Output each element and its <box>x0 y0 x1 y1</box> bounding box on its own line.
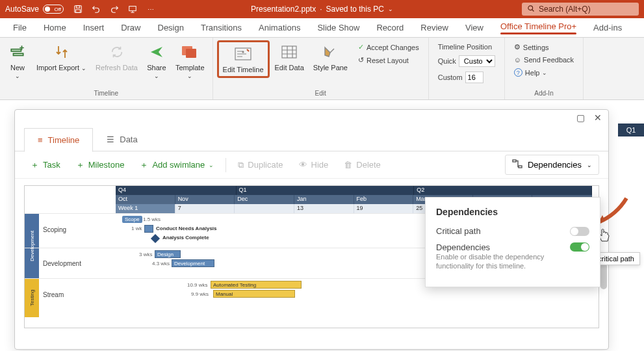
scrollbar-thumb[interactable] <box>600 263 607 289</box>
dependencies-icon <box>512 159 522 170</box>
group-label-edit: Edit <box>315 90 326 98</box>
plus-icon: ＋ <box>76 159 84 171</box>
add-task-button[interactable]: ＋Task <box>24 155 67 175</box>
quick-select[interactable]: Custom <box>459 55 495 67</box>
svg-point-4 <box>528 5 533 10</box>
dependencies-toggle[interactable] <box>570 242 589 252</box>
tab-view[interactable]: View <box>459 19 490 36</box>
popover-title: Dependencies <box>436 207 589 217</box>
import-export-button[interactable]: Import Export ⌄ <box>32 40 90 75</box>
search-input[interactable]: Search (Alt+Q) <box>522 3 639 16</box>
reset-layout-button[interactable]: ↺Reset Layout <box>355 55 422 66</box>
dependencies-popover: Dependencies Critical path Dependencies … <box>425 197 600 287</box>
tab-slideshow[interactable]: Slide Show <box>311 19 366 36</box>
hide-button[interactable]: 👁Hide <box>292 156 335 174</box>
check-icon: ✓ <box>358 43 364 51</box>
quick-access-toolbar: ⋯ <box>73 4 156 14</box>
quarter-row: Q4 Q1 Q2 <box>116 186 592 195</box>
add-swimlane-button[interactable]: ＋Add swimlane ⌄ <box>133 155 220 175</box>
template-button[interactable]: Template⌄ <box>172 40 209 83</box>
row-stream[interactable]: Stream <box>40 290 115 300</box>
tab-draw[interactable]: Draw <box>114 19 147 36</box>
tab-insert[interactable]: Insert <box>77 19 111 36</box>
tab-addins[interactable]: Add-ins <box>587 19 628 36</box>
gear-icon: ⚙ <box>514 43 521 51</box>
import-export-icon <box>53 43 71 61</box>
svg-rect-2 <box>76 10 81 12</box>
editor-tab-timeline[interactable]: ≡ Timeline <box>24 128 93 152</box>
document-title[interactable]: Presentation2.pptx · Saved to this PC ⌄ <box>251 5 393 14</box>
tab-office-timeline[interactable]: Office Timeline Pro+ <box>494 18 583 38</box>
send-feedback-button[interactable]: ☺Send Feedback <box>511 55 576 65</box>
edit-timeline-button[interactable]: Edit Timeline <box>217 40 270 78</box>
trash-icon: 🗑 <box>344 160 352 170</box>
template-icon <box>181 43 199 61</box>
refresh-data-button[interactable]: Refresh Data <box>92 40 142 74</box>
editor-tab-data[interactable]: ☰ Data <box>93 127 151 151</box>
duplicate-button[interactable]: ⧉Duplicate <box>231 156 289 174</box>
tab-transitions[interactable]: Transitions <box>194 19 248 36</box>
group-label-timeline: Timeline <box>94 90 118 98</box>
style-pane-button[interactable]: Style Pane <box>309 40 352 74</box>
autosave-toggle[interactable]: AutoSave Off <box>5 5 64 14</box>
share-icon <box>148 43 166 61</box>
delete-button[interactable]: 🗑Delete <box>337 156 387 174</box>
bar-needs[interactable] <box>144 225 153 233</box>
maximize-icon[interactable]: ▢ <box>576 112 585 123</box>
tab-design[interactable]: Design <box>151 19 190 36</box>
swimlane-testing[interactable]: Testing <box>25 278 39 317</box>
redo-icon[interactable] <box>109 4 120 14</box>
svg-rect-5 <box>11 49 21 51</box>
ribbon-tabs: File Home Insert Draw Design Transitions… <box>0 18 644 38</box>
bar-development[interactable]: Development <box>172 259 214 267</box>
save-icon[interactable] <box>73 4 83 14</box>
dep-toggle-label: Dependencies <box>436 242 547 252</box>
data-tab-icon: ☰ <box>107 135 114 144</box>
settings-button[interactable]: ⚙Settings <box>511 42 576 53</box>
reset-icon: ↺ <box>358 56 364 64</box>
plus-icon: ＋ <box>140 159 148 171</box>
tab-file[interactable]: File <box>6 19 33 36</box>
timeline-position-label: Timeline Position <box>435 42 498 52</box>
swimlane-development[interactable]: Development <box>25 213 39 278</box>
tab-record[interactable]: Record <box>370 19 410 36</box>
svg-rect-1 <box>76 6 79 8</box>
titlebar: AutoSave Off ⋯ Presentation2.pptx · Save… <box>0 0 644 18</box>
bar-design[interactable]: Design <box>155 250 181 258</box>
custom-input[interactable] <box>465 72 483 83</box>
bar-auto-test[interactable]: Automated Testing <box>211 281 302 289</box>
new-icon <box>8 43 27 61</box>
new-button[interactable]: New⌄ <box>4 40 31 83</box>
qat-customize-icon[interactable]: ⋯ <box>146 4 156 14</box>
present-icon[interactable] <box>127 4 138 14</box>
group-label-addin: Add-In <box>534 90 553 98</box>
scope-badge[interactable]: Scope <box>122 216 142 223</box>
eye-icon: 👁 <box>299 160 307 170</box>
plus-icon: ＋ <box>31 159 39 171</box>
row-scoping[interactable]: Scoping <box>40 225 115 235</box>
critical-path-label: Critical path <box>436 226 481 236</box>
search-icon <box>527 5 535 14</box>
undo-icon[interactable] <box>91 4 101 14</box>
tab-home[interactable]: Home <box>37 19 73 36</box>
add-milestone-button[interactable]: ＋Milestone <box>70 155 131 175</box>
edit-data-button[interactable]: Edit Data <box>271 40 308 74</box>
tab-animations[interactable]: Animations <box>252 19 307 36</box>
help-button[interactable]: ?Help⌄ <box>511 67 576 78</box>
bar-manual[interactable]: Manual <box>213 290 295 298</box>
close-icon[interactable]: ✕ <box>594 112 602 123</box>
svg-rect-6 <box>14 53 23 55</box>
editor-panel: ▢ ✕ ≡ Timeline ☰ Data ＋Task ＋Milestone ＋… <box>14 109 609 350</box>
share-button[interactable]: Share⌄ <box>143 40 170 83</box>
row-development[interactable]: Development <box>40 259 115 268</box>
accept-changes-button[interactable]: ✓Accept Changes <box>355 42 422 53</box>
dep-toggle-desc: Enable or disable the dependency functio… <box>436 252 547 271</box>
tab-review[interactable]: Review <box>414 19 455 36</box>
edit-timeline-icon <box>234 45 252 63</box>
svg-rect-3 <box>129 6 136 11</box>
critical-path-toggle[interactable] <box>570 227 589 236</box>
ribbon: New⌄ Import Export ⌄ Refresh Data Share⌄… <box>0 38 644 100</box>
background-slide-q1: Q1 <box>618 124 644 136</box>
milestone-analysis[interactable] <box>151 234 160 243</box>
dependencies-dropdown[interactable]: Dependencies ⌄ <box>505 155 599 175</box>
